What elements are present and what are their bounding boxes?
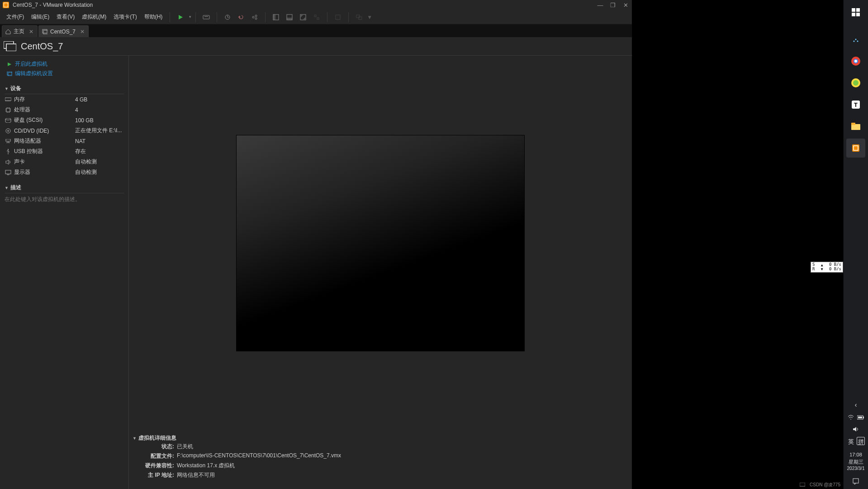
ime-mode-icon[interactable]: 拼 <box>857 437 865 445</box>
wifi-icon[interactable] <box>847 413 855 422</box>
svg-point-3 <box>252 16 254 18</box>
taskbar-text-app-icon[interactable]: T <box>846 95 865 114</box>
separator <box>170 12 170 22</box>
device-row-memory[interactable]: 内存4 GB <box>5 94 124 105</box>
vm-preview-thumbnail[interactable] <box>236 135 525 351</box>
window-titlebar: CentOS_7 - VMware Workstation — ❐ ✕ <box>0 0 632 10</box>
send-ctrl-alt-del-icon[interactable] <box>201 12 212 23</box>
close-button[interactable]: ✕ <box>619 0 632 10</box>
view-console-icon[interactable] <box>270 12 281 23</box>
action-power-on[interactable]: 开启此虚拟机 <box>5 59 124 69</box>
tab-vm-label: CentOS_7 <box>50 29 76 35</box>
device-label: 声卡 <box>14 158 75 166</box>
tab-home-label: 主页 <box>14 28 24 35</box>
minimize-button[interactable]: — <box>594 0 607 10</box>
snapshot-take-icon[interactable] <box>222 12 233 23</box>
separator <box>265 12 266 22</box>
stretch-guest-icon[interactable] <box>332 12 343 23</box>
snapshot-manager-icon[interactable] <box>249 12 260 23</box>
watermark-text: CSDN @凌775 <box>810 482 840 488</box>
device-value: 正在使用文件 E:\I... <box>75 127 122 134</box>
snapshot-revert-icon[interactable] <box>236 12 247 23</box>
svg-rect-31 <box>856 8 860 12</box>
power-on-button[interactable]: ▼ <box>174 12 192 23</box>
svg-rect-11 <box>314 15 316 17</box>
window-title: CentOS_7 - VMware Workstation <box>13 2 93 8</box>
device-label: CD/DVD (IDE) <box>14 128 75 134</box>
detail-state-value: 已关机 <box>177 443 193 451</box>
vm-title: CentOS_7 <box>21 41 63 52</box>
menu-file[interactable]: 文件(F) <box>3 11 28 23</box>
detail-compat-value: Workstation 17.x 虚拟机 <box>177 462 235 470</box>
device-row-usb[interactable]: USB 控制器存在 <box>5 146 124 157</box>
taskbar-app-yellow-icon[interactable] <box>846 73 865 92</box>
device-row-net[interactable]: 网络适配器NAT <box>5 136 124 146</box>
action-edit-settings[interactable]: 编辑虚拟机设置 <box>5 69 124 78</box>
tab-home[interactable]: 主页 ✕ <box>2 25 38 37</box>
device-row-cd[interactable]: CD/DVD (IDE)正在使用文件 E:\I... <box>5 125 124 136</box>
network-monitor-widget[interactable]: S R ▲▼ 0 B/s 0 B/s <box>811 262 843 273</box>
unity-icon[interactable] <box>311 12 322 23</box>
taskbar-explorer-icon[interactable] <box>846 117 865 136</box>
tab-close-icon[interactable]: ✕ <box>29 29 33 35</box>
fullscreen-icon[interactable] <box>298 12 308 23</box>
device-value: 100 GB <box>75 117 94 124</box>
vm-header: CentOS_7 <box>0 37 632 55</box>
svg-rect-49 <box>863 417 864 418</box>
svg-rect-0 <box>203 15 209 19</box>
tab-close-icon[interactable]: ✕ <box>80 29 85 35</box>
tab-bar: 主页 ✕ CentOS_7 ✕ <box>0 24 632 37</box>
devices-section-head[interactable]: ▼ 设备 <box>5 85 124 94</box>
svg-rect-51 <box>853 479 859 483</box>
device-row-disk[interactable]: 硬盘 (SCSI)100 GB <box>5 115 124 125</box>
ime-lang-icon[interactable]: 英 <box>847 437 855 447</box>
separator <box>348 12 349 22</box>
detail-ip-label: 主 IP 地址: <box>138 471 174 479</box>
device-row-display[interactable]: 显示器自动检测 <box>5 167 124 177</box>
clock-time: 17:08 <box>847 451 865 458</box>
system-clock[interactable]: 17:08 星期三 2023/3/1 <box>846 449 866 475</box>
maximize-button[interactable]: ❐ <box>607 0 619 10</box>
description-placeholder[interactable]: 在此处键入对该虚拟机的描述。 <box>5 193 124 206</box>
view-library-icon[interactable] <box>284 12 295 23</box>
details-section-head[interactable]: ▼ 虚拟机详细信息 <box>133 434 628 442</box>
menu-edit[interactable]: 编辑(E) <box>28 11 53 23</box>
status-device-icon[interactable] <box>800 483 805 487</box>
svg-rect-29 <box>5 170 11 174</box>
svg-rect-1 <box>204 16 208 17</box>
device-row-sound[interactable]: 声卡自动检测 <box>5 157 124 167</box>
net-icon <box>5 138 12 144</box>
taskbar-vmware-icon[interactable] <box>846 139 865 158</box>
vm-icon <box>42 29 48 35</box>
menu-help[interactable]: 帮助(H) <box>141 11 166 23</box>
svg-rect-19 <box>6 44 16 51</box>
clock-weekday: 星期三 <box>847 459 865 465</box>
description-section-head[interactable]: ▼ 描述 <box>5 184 124 193</box>
svg-rect-12 <box>317 18 319 19</box>
taskbar-app-generic-icon[interactable] <box>846 30 865 49</box>
start-button[interactable] <box>846 3 865 22</box>
device-label: USB 控制器 <box>14 148 75 155</box>
tray-expand-icon[interactable]: ‹ <box>852 401 860 409</box>
menu-tabs[interactable]: 选项卡(T) <box>110 11 140 23</box>
separator <box>195 12 196 22</box>
detail-compat-label: 硬件兼容性: <box>138 462 174 470</box>
collapse-icon: ▼ <box>133 436 137 441</box>
menu-view[interactable]: 查看(V) <box>53 11 78 23</box>
volume-icon[interactable] <box>852 425 860 433</box>
svg-point-34 <box>855 39 857 40</box>
cycle-multiple-monitors-icon[interactable] <box>354 12 365 23</box>
menu-vm[interactable]: 虚拟机(M) <box>78 11 110 23</box>
detail-state-label: 状态: <box>138 443 174 451</box>
notifications-icon[interactable] <box>852 477 860 485</box>
svg-point-24 <box>5 118 11 120</box>
svg-point-4 <box>255 15 257 17</box>
tab-vm[interactable]: CentOS_7 ✕ <box>38 25 89 37</box>
taskbar-chrome-icon[interactable] <box>846 52 865 71</box>
device-value: 4 GB <box>75 96 87 103</box>
home-icon <box>5 29 11 35</box>
battery-icon[interactable] <box>857 413 865 422</box>
svg-point-35 <box>854 41 855 42</box>
svg-point-25 <box>6 129 10 133</box>
device-row-cpu[interactable]: 处理器4 <box>5 105 124 115</box>
